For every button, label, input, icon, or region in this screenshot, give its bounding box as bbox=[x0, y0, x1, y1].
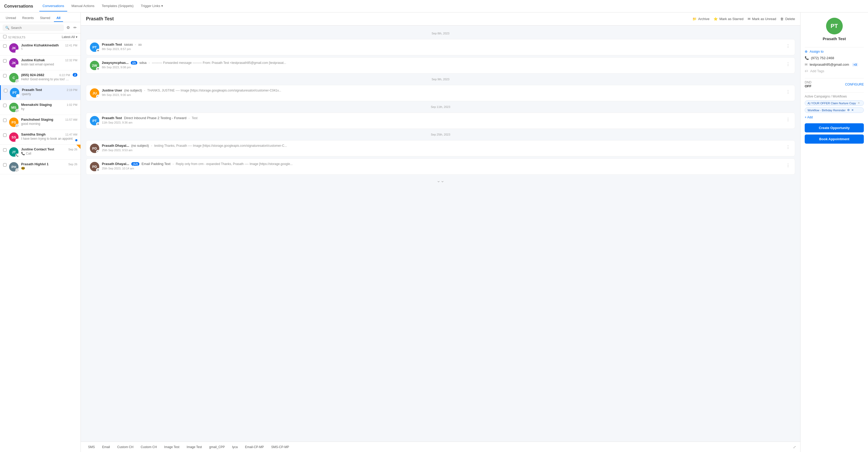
conv-name: Justine Kizhak bbox=[21, 58, 45, 62]
bottom-tab-email[interactable]: Email bbox=[99, 443, 113, 451]
list-item[interactable]: PT @ Prasath Test 2:19 PM qwerty bbox=[0, 85, 81, 100]
list-item[interactable]: MS 💬 Meenakshi Staging 1:02 PM hy bbox=[0, 100, 81, 115]
conv-sub: 5 bbox=[21, 47, 78, 50]
conv-checkbox[interactable] bbox=[3, 104, 6, 107]
message-row[interactable]: 2W ✉ 2waysyncphas... (2) sdsa - --------… bbox=[86, 57, 795, 73]
bottom-tab-custom-ch-1[interactable]: Custom CH bbox=[114, 443, 136, 451]
archive-button[interactable]: 📁 Archive bbox=[692, 17, 709, 21]
list-item[interactable]: PS 💬 Panchsheel Staging 11:57 AM good mo… bbox=[0, 115, 81, 130]
list-item[interactable]: PH 💬 Prasath Highlvl 1 Sep 26 😎 bbox=[0, 159, 81, 174]
message-row[interactable]: PT ✉ Prasath Test Direct Inbound Phase 2… bbox=[86, 113, 795, 129]
more-options-button[interactable]: ⋮ bbox=[785, 61, 791, 68]
bottom-tab-email-cp-mp[interactable]: Email-CP-MP bbox=[242, 443, 267, 451]
tags-row: 🏷 Add Tags bbox=[805, 69, 864, 73]
bottom-tab-gmail-cpp[interactable]: gmail_CPP bbox=[206, 443, 228, 451]
conv-name: Prasath Highlvl 1 bbox=[21, 162, 49, 166]
avatar: JK @ bbox=[9, 43, 19, 53]
book-appointment-button[interactable]: Book Appointment bbox=[805, 134, 864, 144]
conv-name: Samidha Singh bbox=[21, 132, 45, 136]
list-item[interactable]: JT 📞 Justine Contact Test Sep 26 📞 Call bbox=[0, 145, 81, 159]
filter-tab-all[interactable]: All bbox=[54, 14, 63, 22]
channel-icon: 📞 bbox=[16, 154, 19, 157]
conv-time: 1:02 PM bbox=[67, 103, 78, 107]
expand-tabs-icon[interactable]: ⤢ bbox=[793, 445, 796, 449]
configure-button[interactable]: CONFIGURE bbox=[845, 83, 864, 86]
flag-icon bbox=[76, 145, 81, 149]
conv-preview: Hello! Good evening to you too! How bbox=[21, 78, 70, 81]
mark-unread-button[interactable]: ✉ Mark as Unread bbox=[748, 17, 776, 21]
msg-time: 8th Sep 2023, 8:57 pm bbox=[102, 48, 782, 51]
chevron-down-icon: ▾ bbox=[76, 35, 78, 39]
channel-icon: @ bbox=[16, 50, 19, 53]
sort-selector[interactable]: Latest-All ▾ bbox=[62, 35, 78, 39]
mark-starred-button[interactable]: ⭐ Mark as Starred bbox=[714, 17, 743, 21]
conv-checkbox[interactable] bbox=[3, 119, 6, 122]
list-item[interactable]: JK @ Justine Kizhak 12:32 PM testin last… bbox=[0, 56, 81, 70]
message-row[interactable]: JU ✉ Justine User (no subject) - THANKS,… bbox=[86, 85, 795, 101]
remove-campaign-1-button[interactable]: ✕ bbox=[858, 101, 860, 105]
msg-time: 25th Sep 2023, 10:14 am bbox=[102, 167, 782, 170]
bottom-tab-sms[interactable]: SMS bbox=[85, 443, 98, 451]
list-item[interactable]: SS @ Samidha Singh 11:47 AM I have been … bbox=[0, 130, 81, 145]
compose-icon[interactable]: ✏ bbox=[72, 24, 78, 31]
bottom-tab-image-test-1[interactable]: Image Test bbox=[161, 443, 182, 451]
list-item[interactable]: C 💬 (855) 924-2682 6:22 PM Hello! Good e… bbox=[0, 70, 81, 85]
conv-preview: good morning bbox=[21, 122, 78, 126]
delete-button[interactable]: 🗑 Delete bbox=[780, 17, 795, 21]
conv-checkbox[interactable] bbox=[3, 148, 6, 152]
conv-checkbox[interactable] bbox=[3, 133, 6, 137]
campaign-tag-1: A) YOUR OFFER Claim Nurture Copy ✕ bbox=[805, 100, 864, 106]
filter-tab-recents[interactable]: Recents bbox=[20, 14, 36, 22]
email-badge-icon: ✉ bbox=[96, 122, 100, 126]
select-all-checkbox[interactable] bbox=[3, 35, 6, 38]
filter-icon[interactable]: ⚙ bbox=[65, 24, 71, 31]
list-item[interactable]: JK @ Justine Kizhakkinedath 12:41 PM 5 bbox=[0, 41, 81, 56]
message-row[interactable]: PD ✉ Prasath Dhayal... (12) Email Paddin… bbox=[86, 158, 795, 175]
conv-checkbox[interactable] bbox=[3, 163, 6, 167]
chevron-down-icon: ▾ bbox=[161, 4, 163, 8]
more-options-button[interactable]: ⋮ bbox=[785, 144, 791, 151]
filter-tab-unread[interactable]: Unread bbox=[3, 14, 19, 22]
conv-time: 11:47 AM bbox=[65, 133, 78, 136]
nav-tabs: Conversations Manual Actions Templates (… bbox=[39, 1, 166, 11]
bottom-tab-sms-cp-mp[interactable]: SMS-CP-MP bbox=[268, 443, 292, 451]
nav-tab-manual-actions[interactable]: Manual Actions bbox=[68, 1, 97, 11]
message-row[interactable]: PD ✉ Prasath Dhayal... (no subject) - te… bbox=[86, 140, 795, 156]
conv-checkbox[interactable] bbox=[3, 44, 6, 48]
conv-preview: qwerty bbox=[22, 92, 78, 96]
conv-name: Meenakshi Staging bbox=[21, 103, 52, 107]
conv-checkbox[interactable] bbox=[3, 74, 6, 78]
search-input[interactable] bbox=[11, 26, 61, 30]
assign-to-row[interactable]: ⊕ Assign to bbox=[805, 50, 864, 54]
filter-tab-starred[interactable]: Starred bbox=[37, 14, 53, 22]
nav-tab-conversations[interactable]: Conversations bbox=[39, 1, 67, 11]
contact-avatar: PT bbox=[826, 18, 843, 34]
more-options-button[interactable]: ⋮ bbox=[785, 116, 791, 123]
trash-icon: 🗑 bbox=[780, 17, 784, 21]
channel-icon: 💬 bbox=[16, 169, 19, 172]
conv-checkbox[interactable] bbox=[3, 59, 6, 63]
main-layout: Unread Recents Starred All 🔍 ⚙ ✏ 52 RESU… bbox=[0, 12, 868, 452]
brand-label: Conversations bbox=[4, 4, 33, 9]
more-options-button[interactable]: ⋮ bbox=[785, 42, 791, 50]
bottom-tab-image-test-2[interactable]: Image Test bbox=[184, 443, 205, 451]
nav-tab-templates[interactable]: Templates (Snippets) bbox=[98, 1, 136, 11]
msg-subject: (no subject) bbox=[131, 144, 149, 148]
message-row[interactable]: PT ✉ Prasath Test sasas - aa 8th Sep 202… bbox=[86, 39, 795, 55]
email-count-badge: +3 bbox=[852, 63, 858, 66]
conv-checkbox[interactable] bbox=[4, 89, 7, 92]
channel-icon: 💬 bbox=[16, 124, 19, 127]
more-options-button[interactable]: ⋮ bbox=[785, 88, 791, 95]
add-tags-button[interactable]: Add Tags bbox=[810, 69, 824, 73]
conv-time: 12:32 PM bbox=[65, 59, 78, 62]
avatar: SS @ bbox=[9, 132, 19, 142]
star-icon: ⭐ bbox=[714, 17, 718, 21]
expand-messages-button[interactable]: ⌄⌄ bbox=[437, 178, 444, 183]
add-campaign-button[interactable]: + Add bbox=[805, 116, 864, 119]
create-opportunity-button[interactable]: Create Opportunity bbox=[805, 123, 864, 132]
nav-tab-trigger-links[interactable]: Trigger Links ▾ bbox=[138, 1, 166, 11]
remove-campaign-2-button[interactable]: ✕ bbox=[851, 109, 854, 112]
more-options-button[interactable]: ⋮ bbox=[785, 162, 791, 169]
bottom-tab-lyca[interactable]: lyca bbox=[229, 443, 241, 451]
bottom-tab-custom-ch-2[interactable]: Custom CH bbox=[137, 443, 160, 451]
